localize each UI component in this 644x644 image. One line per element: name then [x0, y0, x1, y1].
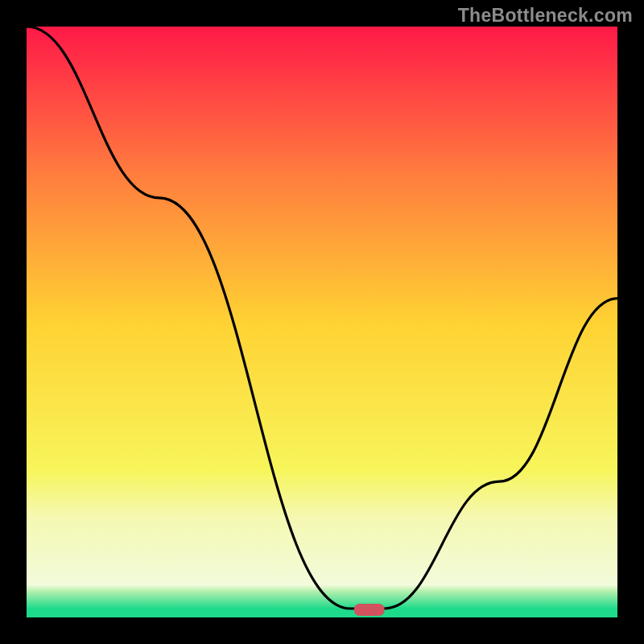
plot-background: [27, 27, 617, 617]
bottleneck-plot: [0, 0, 644, 644]
optimum-marker: [354, 604, 385, 616]
watermark-label: TheBottleneck.com: [458, 5, 633, 27]
